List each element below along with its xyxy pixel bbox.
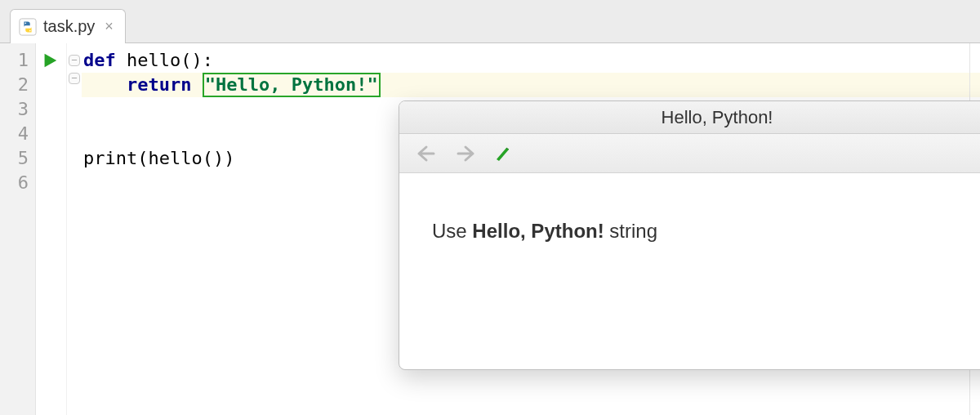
code-text: hello(): <box>116 50 213 70</box>
code-indent <box>83 74 127 95</box>
tab-bar: task.py × <box>0 0 980 43</box>
code-line[interactable]: print(hello()) <box>82 146 980 171</box>
code-editor[interactable]: 1 2 3 4 5 6 ─ ─ def hello(): return "Hel… <box>0 43 980 415</box>
code-line[interactable] <box>82 122 980 146</box>
line-number: 5 <box>0 146 29 171</box>
line-number: 6 <box>0 171 29 195</box>
line-number: 2 <box>0 73 29 97</box>
fold-toggle-icon[interactable]: ─ <box>69 55 80 66</box>
keyword-def: def <box>83 50 116 70</box>
popup-text-bold: Hello, Python! <box>472 220 604 242</box>
answer-placeholder-highlight[interactable]: "Hello, Python!" <box>203 73 381 97</box>
code-area[interactable]: def hello(): return "Hello, Python!" pri… <box>82 43 980 415</box>
run-icon[interactable] <box>41 51 59 69</box>
fold-toggle-icon[interactable]: ─ <box>69 73 80 84</box>
code-line[interactable]: return "Hello, Python!" <box>82 73 980 97</box>
svg-point-2 <box>29 29 31 31</box>
gutter: 1 2 3 4 5 6 <box>0 43 36 415</box>
tab-filename: task.py <box>43 17 95 36</box>
string-literal: "Hello, Python!" <box>205 74 378 95</box>
close-icon[interactable]: × <box>105 18 114 35</box>
popup-body: Use Hello, Python! string <box>399 173 980 369</box>
python-file-icon <box>19 18 37 36</box>
line-number: 1 <box>0 48 29 73</box>
popup-text: Use <box>432 220 472 242</box>
code-line[interactable] <box>82 171 980 195</box>
popup-text: string <box>604 220 657 242</box>
code-text <box>191 74 202 95</box>
keyword-return: return <box>127 74 191 95</box>
code-line[interactable] <box>82 97 980 122</box>
fold-gutter: ─ ─ <box>67 43 82 415</box>
svg-rect-0 <box>20 18 36 34</box>
tab-task-py[interactable]: task.py × <box>10 9 126 43</box>
svg-point-1 <box>24 22 26 24</box>
run-gutter <box>36 43 67 415</box>
line-number: 3 <box>0 97 29 122</box>
code-line[interactable]: def hello(): <box>82 48 980 73</box>
code-text: print(hello()) <box>83 148 234 168</box>
line-number: 4 <box>0 122 29 146</box>
